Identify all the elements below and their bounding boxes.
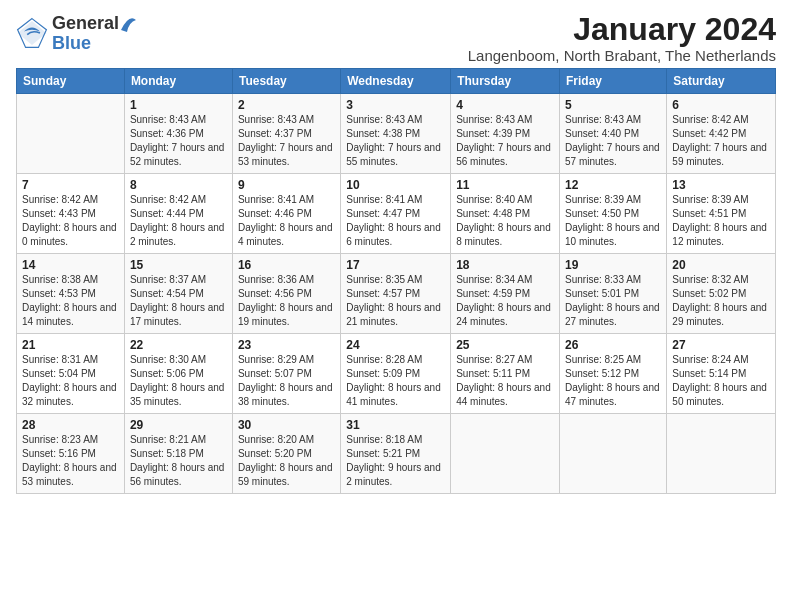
day-number: 25 [456,338,554,352]
day-number: 23 [238,338,335,352]
daylight: Daylight: 7 hours and 55 minutes. [346,142,441,167]
sunset: Sunset: 5:04 PM [22,368,96,379]
logo: General Blue [16,12,137,53]
day-cell [17,94,125,174]
logo-wing-icon [119,12,137,34]
sunset: Sunset: 4:51 PM [672,208,746,219]
day-detail: Sunrise: 8:27 AM Sunset: 5:11 PM Dayligh… [456,353,554,409]
day-cell: 3 Sunrise: 8:43 AM Sunset: 4:38 PM Dayli… [341,94,451,174]
day-number: 12 [565,178,661,192]
day-number: 29 [130,418,227,432]
sunrise: Sunrise: 8:32 AM [672,274,748,285]
day-detail: Sunrise: 8:33 AM Sunset: 5:01 PM Dayligh… [565,273,661,329]
day-cell: 14 Sunrise: 8:38 AM Sunset: 4:53 PM Dayl… [17,254,125,334]
sunrise: Sunrise: 8:28 AM [346,354,422,365]
sunset: Sunset: 5:12 PM [565,368,639,379]
day-detail: Sunrise: 8:42 AM Sunset: 4:44 PM Dayligh… [130,193,227,249]
daylight: Daylight: 8 hours and 0 minutes. [22,222,117,247]
day-cell: 19 Sunrise: 8:33 AM Sunset: 5:01 PM Dayl… [560,254,667,334]
svg-marker-0 [18,21,47,45]
sunset: Sunset: 4:47 PM [346,208,420,219]
day-detail: Sunrise: 8:24 AM Sunset: 5:14 PM Dayligh… [672,353,770,409]
sunrise: Sunrise: 8:24 AM [672,354,748,365]
sunrise: Sunrise: 8:43 AM [346,114,422,125]
sunset: Sunset: 5:21 PM [346,448,420,459]
day-number: 3 [346,98,445,112]
day-number: 31 [346,418,445,432]
daylight: Daylight: 8 hours and 17 minutes. [130,302,225,327]
day-number: 13 [672,178,770,192]
day-detail: Sunrise: 8:43 AM Sunset: 4:38 PM Dayligh… [346,113,445,169]
sunrise: Sunrise: 8:39 AM [672,194,748,205]
day-detail: Sunrise: 8:31 AM Sunset: 5:04 PM Dayligh… [22,353,119,409]
sunrise: Sunrise: 8:42 AM [672,114,748,125]
sunset: Sunset: 5:18 PM [130,448,204,459]
weekday-header-tuesday: Tuesday [232,69,340,94]
day-detail: Sunrise: 8:41 AM Sunset: 4:46 PM Dayligh… [238,193,335,249]
day-detail: Sunrise: 8:39 AM Sunset: 4:51 PM Dayligh… [672,193,770,249]
day-number: 30 [238,418,335,432]
sunrise: Sunrise: 8:30 AM [130,354,206,365]
sunset: Sunset: 5:11 PM [456,368,530,379]
day-cell: 4 Sunrise: 8:43 AM Sunset: 4:39 PM Dayli… [451,94,560,174]
day-detail: Sunrise: 8:34 AM Sunset: 4:59 PM Dayligh… [456,273,554,329]
day-detail: Sunrise: 8:43 AM Sunset: 4:40 PM Dayligh… [565,113,661,169]
daylight: Daylight: 8 hours and 24 minutes. [456,302,551,327]
logo-icon [16,17,48,49]
day-number: 22 [130,338,227,352]
sunset: Sunset: 5:02 PM [672,288,746,299]
location: Langenboom, North Brabant, The Netherlan… [468,47,776,64]
day-cell: 15 Sunrise: 8:37 AM Sunset: 4:54 PM Dayl… [124,254,232,334]
day-cell: 11 Sunrise: 8:40 AM Sunset: 4:48 PM Dayl… [451,174,560,254]
day-detail: Sunrise: 8:42 AM Sunset: 4:42 PM Dayligh… [672,113,770,169]
day-detail: Sunrise: 8:29 AM Sunset: 5:07 PM Dayligh… [238,353,335,409]
day-number: 24 [346,338,445,352]
day-number: 26 [565,338,661,352]
sunset: Sunset: 4:48 PM [456,208,530,219]
day-cell: 26 Sunrise: 8:25 AM Sunset: 5:12 PM Dayl… [560,334,667,414]
sunset: Sunset: 5:16 PM [22,448,96,459]
day-cell: 16 Sunrise: 8:36 AM Sunset: 4:56 PM Dayl… [232,254,340,334]
day-number: 15 [130,258,227,272]
daylight: Daylight: 8 hours and 10 minutes. [565,222,660,247]
day-detail: Sunrise: 8:37 AM Sunset: 4:54 PM Dayligh… [130,273,227,329]
page: General Blue January 2024 Langenboom, No… [0,0,792,502]
day-cell: 23 Sunrise: 8:29 AM Sunset: 5:07 PM Dayl… [232,334,340,414]
sunset: Sunset: 4:56 PM [238,288,312,299]
daylight: Daylight: 7 hours and 56 minutes. [456,142,551,167]
sunset: Sunset: 4:54 PM [130,288,204,299]
day-cell: 2 Sunrise: 8:43 AM Sunset: 4:37 PM Dayli… [232,94,340,174]
daylight: Daylight: 7 hours and 52 minutes. [130,142,225,167]
day-cell: 29 Sunrise: 8:21 AM Sunset: 5:18 PM Dayl… [124,414,232,494]
day-detail: Sunrise: 8:20 AM Sunset: 5:20 PM Dayligh… [238,433,335,489]
daylight: Daylight: 8 hours and 2 minutes. [130,222,225,247]
day-cell: 5 Sunrise: 8:43 AM Sunset: 4:40 PM Dayli… [560,94,667,174]
day-number: 6 [672,98,770,112]
day-number: 20 [672,258,770,272]
calendar-header: SundayMondayTuesdayWednesdayThursdayFrid… [17,69,776,94]
sunset: Sunset: 4:42 PM [672,128,746,139]
day-number: 9 [238,178,335,192]
daylight: Daylight: 8 hours and 32 minutes. [22,382,117,407]
sunrise: Sunrise: 8:21 AM [130,434,206,445]
daylight: Daylight: 8 hours and 19 minutes. [238,302,333,327]
day-cell: 10 Sunrise: 8:41 AM Sunset: 4:47 PM Dayl… [341,174,451,254]
day-cell: 13 Sunrise: 8:39 AM Sunset: 4:51 PM Dayl… [667,174,776,254]
day-number: 8 [130,178,227,192]
sunrise: Sunrise: 8:20 AM [238,434,314,445]
day-cell: 24 Sunrise: 8:28 AM Sunset: 5:09 PM Dayl… [341,334,451,414]
sunrise: Sunrise: 8:43 AM [565,114,641,125]
day-detail: Sunrise: 8:21 AM Sunset: 5:18 PM Dayligh… [130,433,227,489]
sunrise: Sunrise: 8:36 AM [238,274,314,285]
sunset: Sunset: 4:38 PM [346,128,420,139]
day-cell: 28 Sunrise: 8:23 AM Sunset: 5:16 PM Dayl… [17,414,125,494]
day-detail: Sunrise: 8:43 AM Sunset: 4:39 PM Dayligh… [456,113,554,169]
day-number: 4 [456,98,554,112]
day-cell: 9 Sunrise: 8:41 AM Sunset: 4:46 PM Dayli… [232,174,340,254]
sunrise: Sunrise: 8:40 AM [456,194,532,205]
logo-general: General [52,14,119,32]
daylight: Daylight: 8 hours and 38 minutes. [238,382,333,407]
day-cell [560,414,667,494]
sunset: Sunset: 4:40 PM [565,128,639,139]
day-cell: 12 Sunrise: 8:39 AM Sunset: 4:50 PM Dayl… [560,174,667,254]
